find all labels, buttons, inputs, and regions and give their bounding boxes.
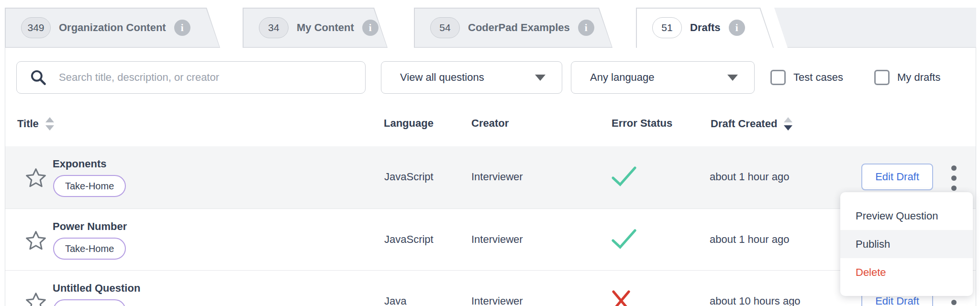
tab-bar: 349 Organization Content 34 My Content 5… [5, 8, 976, 48]
error-x-icon [610, 289, 632, 306]
favorite-star-icon[interactable] [24, 229, 47, 252]
chevron-down-icon [727, 75, 738, 81]
test-cases-checkbox-group: Test cases [770, 61, 843, 94]
tab-label: Organization Content [59, 22, 166, 34]
search-input[interactable] [58, 71, 365, 84]
language-filter-dropdown[interactable]: Any language [571, 61, 755, 94]
take-home-badge: Take-Home [53, 175, 126, 197]
search-icon [29, 68, 47, 87]
draft-created-cell: about 1 hour ago [710, 233, 789, 246]
kebab-menu-icon[interactable] [943, 163, 964, 193]
edit-draft-button[interactable]: Edit Draft [861, 164, 933, 190]
language-filter-value: Any language [590, 71, 655, 84]
question-bank-screen: 349 Organization Content 34 My Content 5… [0, 0, 980, 306]
my-drafts-checkbox[interactable] [874, 70, 890, 85]
favorite-star-icon[interactable] [24, 166, 47, 189]
row-context-menu: Preview Question Publish Delete [840, 192, 973, 296]
column-header-title[interactable]: Title [17, 117, 54, 131]
tab-bar-filler [774, 8, 976, 48]
menu-item-delete[interactable]: Delete [840, 258, 973, 286]
table-row[interactable]: Untitled Question Take-Home Java Intervi… [5, 271, 976, 306]
column-header-creator: Creator [471, 117, 509, 130]
tab-count-badge: 349 [21, 17, 51, 38]
info-icon[interactable] [729, 20, 745, 36]
tab-drafts[interactable]: 51 Drafts [636, 8, 774, 48]
tab-organization-content[interactable]: 349 Organization Content [5, 8, 220, 48]
column-header-language: Language [384, 117, 434, 130]
tab-label: My Content [297, 22, 354, 34]
creator-cell: Interviewer [471, 233, 523, 246]
info-icon[interactable] [578, 20, 594, 36]
tab-label: Drafts [690, 22, 721, 34]
test-cases-checkbox[interactable] [770, 70, 786, 85]
take-home-badge: Take-Home [53, 299, 126, 306]
info-icon[interactable] [362, 20, 379, 36]
language-cell: JavaScript [384, 171, 434, 183]
my-drafts-checkbox-group: My drafts [874, 61, 940, 94]
table-row[interactable]: Exponents Take-Home JavaScript Interview… [5, 146, 976, 209]
favorite-star-icon[interactable] [24, 291, 47, 306]
tab-count-badge: 34 [259, 17, 289, 38]
test-cases-label: Test cases [793, 71, 843, 84]
draft-created-cell: about 10 hours ago [710, 295, 801, 306]
take-home-badge: Take-Home [53, 238, 126, 260]
tab-my-content[interactable]: 34 My Content [243, 8, 388, 48]
sort-icon-active-desc [784, 117, 792, 131]
info-icon[interactable] [174, 20, 190, 36]
success-check-icon [610, 227, 638, 253]
creator-cell: Interviewer [471, 295, 523, 306]
column-header-draft-created[interactable]: Draft Created [711, 117, 792, 131]
question-title[interactable]: Exponents [53, 158, 106, 170]
sort-icon [45, 117, 54, 131]
question-title[interactable]: Power Number [53, 220, 127, 233]
my-drafts-label: My drafts [897, 71, 940, 84]
chevron-down-icon [535, 75, 546, 81]
tab-count-badge: 54 [430, 17, 460, 38]
language-cell: JavaScript [384, 233, 434, 246]
search-box[interactable] [16, 61, 366, 94]
table-row[interactable]: Power Number Take-Home JavaScript Interv… [5, 209, 976, 271]
menu-item-publish[interactable]: Publish [840, 230, 973, 258]
question-filter-value: View all questions [400, 71, 484, 84]
creator-cell: Interviewer [471, 171, 523, 183]
tab-coderpad-examples[interactable]: 54 CoderPad Examples [414, 8, 612, 48]
draft-created-cell: about 1 hour ago [710, 171, 789, 183]
question-filter-dropdown[interactable]: View all questions [381, 61, 562, 94]
column-header-error-status: Error Status [612, 117, 672, 130]
success-check-icon [610, 164, 638, 190]
menu-item-preview-question[interactable]: Preview Question [840, 202, 973, 230]
table-header: Title Language Creator Error Status Draf… [5, 104, 976, 146]
tab-label: CoderPad Examples [468, 22, 570, 34]
tab-count-badge: 51 [652, 17, 682, 38]
question-title[interactable]: Untitled Question [53, 282, 140, 295]
language-cell: Java [384, 295, 406, 306]
